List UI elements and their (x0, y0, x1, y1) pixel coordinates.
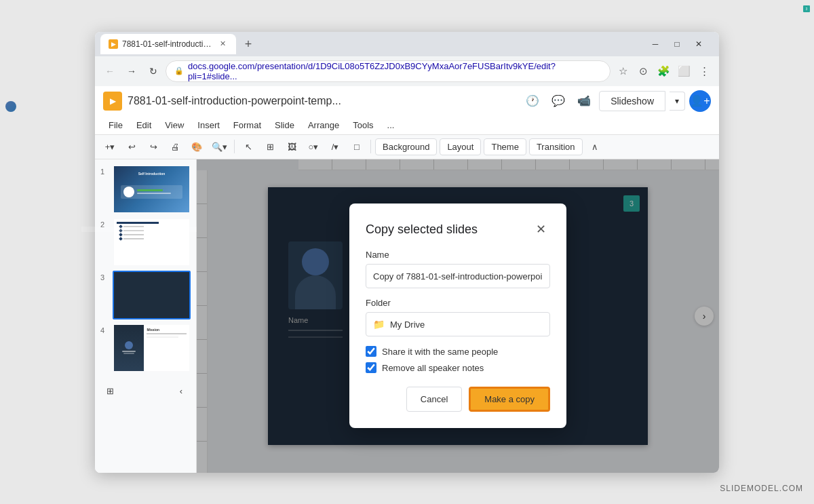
cancel-button[interactable]: Cancel (406, 387, 462, 412)
share-checkbox-row: Share it with the same people (366, 346, 550, 357)
slide-preview-1[interactable]: Self Introduction (113, 165, 191, 214)
slide-number-1: 1 (100, 168, 109, 176)
collapse-panel-button[interactable]: ‹ (172, 382, 191, 401)
menu-slide[interactable]: Slide (269, 117, 300, 133)
paint-button[interactable]: 🎨 (187, 137, 206, 156)
undo-button[interactable]: ↩ (122, 137, 141, 156)
toolbar-separator-2 (370, 140, 371, 153)
notes-checkbox-row: Remove all speaker notes (366, 362, 550, 373)
browser-toolbar-icons: ☆ ⊙ 🧩 ⬜ ⋮ (613, 62, 714, 81)
header-icons: 🕐 💬 📹 Slideshow ▾ 👤+ (522, 90, 711, 112)
watermark: SLIDEMODEL.COM (720, 484, 803, 493)
slides-panel: 1 Self Introduction (95, 159, 197, 473)
minimize-button[interactable]: ─ (646, 35, 665, 54)
split-button[interactable]: ⬜ (674, 62, 693, 81)
title-bar: ▶ 7881-01-self-introduction-powe... ✕ + … (95, 32, 719, 56)
menu-format[interactable]: Format (228, 117, 267, 133)
active-tab[interactable]: ▶ 7881-01-self-introduction-powe... ✕ (100, 34, 236, 54)
drawing-toolbar: +▾ ↩ ↪ 🖨 🎨 🔍▾ ↖ ⊞ 🖼 ○▾ /▾ □ Background L… (95, 135, 719, 159)
address-bar-row: ← → ↻ 🔒 docs.google.com/presentation/d/1… (95, 56, 719, 86)
notes-checkbox-label: Remove all speaker notes (382, 363, 484, 373)
menu-more[interactable]: ... (382, 117, 400, 133)
notes-checkbox[interactable] (366, 362, 376, 373)
folder-selector[interactable]: 📁 My Drive (366, 312, 550, 336)
menu-insert[interactable]: Insert (192, 117, 225, 133)
refresh-button[interactable]: ↻ (144, 62, 163, 81)
lock-icon: 🔒 (174, 66, 184, 75)
redo-button[interactable]: ↪ (144, 137, 163, 156)
share-checkbox-label: Share it with the same people (382, 347, 498, 357)
menu-edit[interactable]: Edit (131, 117, 157, 133)
slides-logo: ▶ (103, 92, 122, 111)
line-button[interactable]: /▾ (326, 137, 345, 156)
grid-view-button[interactable]: ⊞ (100, 382, 119, 401)
address-text: docs.google.com/presentation/d/1D9CiL08o… (188, 61, 602, 81)
layout-button[interactable]: Layout (440, 138, 481, 155)
zoom-button[interactable]: 🔍▾ (209, 137, 230, 156)
window-controls: ─ □ ✕ (646, 35, 708, 54)
slide-thumb-2[interactable]: 2 (100, 218, 191, 267)
dialog-overlay: Copy selected slides ✕ Name Folder 📁 My … (197, 159, 719, 473)
menu-button[interactable]: ⋮ (695, 62, 714, 81)
toolbar-separator-1 (234, 140, 235, 153)
menu-tools[interactable]: Tools (347, 117, 379, 133)
dialog-title: Copy selected slides (366, 222, 478, 237)
address-box[interactable]: 🔒 docs.google.com/presentation/d/1D9CiL0… (166, 60, 610, 82)
menu-bar: File Edit View Insert Format Slide Arran… (95, 116, 719, 134)
back-button[interactable]: ← (100, 62, 119, 81)
slideshow-dropdown-button[interactable]: ▾ (670, 92, 685, 111)
slide-preview-3[interactable]: 3 lacehold (113, 271, 191, 319)
tab-close-button[interactable]: ✕ (217, 39, 228, 50)
slides-title: 7881-01-self-introduction-powerpoint-tem… (128, 95, 516, 107)
bookmark-button[interactable]: ☆ (613, 62, 632, 81)
camera-icon-button[interactable]: 📹 (573, 90, 595, 112)
slide-thumb-4[interactable]: 4 Mission (100, 324, 191, 372)
slides-header: ▶ 7881-01-self-introduction-powerpoint-t… (95, 86, 719, 116)
print-button[interactable]: 🖨 (166, 137, 185, 156)
slide-preview-2[interactable] (113, 218, 191, 267)
close-button[interactable]: ✕ (689, 35, 708, 54)
slideshow-button[interactable]: Slideshow (599, 91, 665, 111)
canvas-area: 3 ceholder mple text. Insert your desire… (197, 159, 719, 473)
theme-button[interactable]: Theme (484, 138, 526, 155)
share-checkbox[interactable] (366, 346, 376, 357)
tabs-bar: ▶ 7881-01-self-introduction-powe... ✕ + (100, 34, 646, 54)
slides-toolbar: ▶ 7881-01-self-introduction-powerpoint-t… (95, 86, 719, 135)
restore-button[interactable]: □ (667, 35, 686, 54)
dialog-close-button[interactable]: ✕ (531, 220, 550, 239)
slide-thumb-3[interactable]: 3 3 lacehold (100, 271, 191, 319)
history-button[interactable]: ⊙ (634, 62, 653, 81)
make-copy-button[interactable]: Make a copy (469, 387, 550, 412)
shape-button[interactable]: ○▾ (304, 137, 323, 156)
copy-dialog: Copy selected slides ✕ Name Folder 📁 My … (349, 203, 566, 428)
menu-arrange[interactable]: Arrange (303, 117, 345, 133)
forward-button[interactable]: → (122, 62, 141, 81)
menu-file[interactable]: File (103, 117, 128, 133)
slides-tab-icon: ▶ (109, 39, 118, 49)
tab-title: 7881-01-self-introduction-powe... (122, 39, 213, 49)
comment-tool-button[interactable]: □ (347, 137, 366, 156)
name-input[interactable] (366, 264, 550, 288)
dialog-actions: Cancel Make a copy (366, 387, 550, 412)
add-button[interactable]: +▾ (100, 137, 119, 156)
browser-window: ▶ 7881-01-self-introduction-powe... ✕ + … (95, 32, 719, 473)
new-tab-button[interactable]: + (239, 35, 258, 54)
slide-preview-4[interactable]: Mission (113, 324, 191, 372)
comment-icon-button[interactable]: 💬 (547, 90, 569, 112)
slide-thumb-1[interactable]: 1 Self Introduction (100, 165, 191, 214)
extension-button[interactable]: 🧩 (654, 62, 673, 81)
transition-button[interactable]: Transition (529, 138, 583, 155)
slide-number-3: 3 (100, 273, 109, 282)
collapse-button[interactable]: ∧ (585, 137, 604, 156)
dialog-header: Copy selected slides ✕ (366, 220, 550, 239)
clock-icon-button[interactable]: 🕐 (522, 90, 543, 112)
folder-value: My Drive (390, 319, 425, 330)
name-label: Name (366, 250, 550, 260)
select-button[interactable]: ⊞ (260, 137, 279, 156)
image-button[interactable]: 🖼 (282, 137, 301, 156)
share-button[interactable]: 👤+ (689, 90, 711, 112)
background-button[interactable]: Background (375, 138, 437, 155)
folder-label: Folder (366, 298, 550, 308)
slide-number-4: 4 (100, 326, 109, 334)
cursor-button[interactable]: ↖ (239, 137, 258, 156)
